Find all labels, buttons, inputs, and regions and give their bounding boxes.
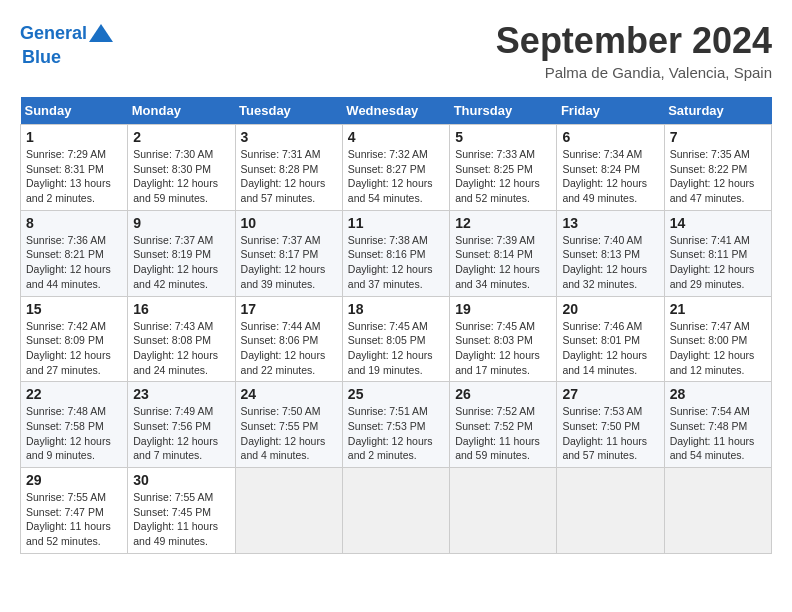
logo-blue-text: Blue — [22, 48, 61, 68]
calendar-cell — [450, 468, 557, 554]
day-number: 2 — [133, 129, 229, 145]
day-number: 6 — [562, 129, 658, 145]
calendar-cell: 10Sunrise: 7:37 AM Sunset: 8:17 PM Dayli… — [235, 210, 342, 296]
calendar-cell: 23Sunrise: 7:49 AM Sunset: 7:56 PM Dayli… — [128, 382, 235, 468]
day-number: 7 — [670, 129, 766, 145]
calendar-cell — [235, 468, 342, 554]
calendar-cell: 9Sunrise: 7:37 AM Sunset: 8:19 PM Daylig… — [128, 210, 235, 296]
calendar-cell: 6Sunrise: 7:34 AM Sunset: 8:24 PM Daylig… — [557, 125, 664, 211]
day-info: Sunrise: 7:44 AM Sunset: 8:06 PM Dayligh… — [241, 319, 337, 378]
day-info: Sunrise: 7:31 AM Sunset: 8:28 PM Dayligh… — [241, 147, 337, 206]
day-info: Sunrise: 7:45 AM Sunset: 8:03 PM Dayligh… — [455, 319, 551, 378]
calendar-cell: 22Sunrise: 7:48 AM Sunset: 7:58 PM Dayli… — [21, 382, 128, 468]
calendar-cell: 4Sunrise: 7:32 AM Sunset: 8:27 PM Daylig… — [342, 125, 449, 211]
week-row-5: 29Sunrise: 7:55 AM Sunset: 7:47 PM Dayli… — [21, 468, 772, 554]
week-row-2: 8Sunrise: 7:36 AM Sunset: 8:21 PM Daylig… — [21, 210, 772, 296]
page-header: General Blue September 2024 Palma de Gan… — [20, 20, 772, 81]
day-info: Sunrise: 7:33 AM Sunset: 8:25 PM Dayligh… — [455, 147, 551, 206]
day-number: 11 — [348, 215, 444, 231]
calendar-cell: 1Sunrise: 7:29 AM Sunset: 8:31 PM Daylig… — [21, 125, 128, 211]
col-header-saturday: Saturday — [664, 97, 771, 125]
calendar-cell: 12Sunrise: 7:39 AM Sunset: 8:14 PM Dayli… — [450, 210, 557, 296]
calendar-cell: 14Sunrise: 7:41 AM Sunset: 8:11 PM Dayli… — [664, 210, 771, 296]
day-info: Sunrise: 7:53 AM Sunset: 7:50 PM Dayligh… — [562, 404, 658, 463]
day-info: Sunrise: 7:36 AM Sunset: 8:21 PM Dayligh… — [26, 233, 122, 292]
day-info: Sunrise: 7:42 AM Sunset: 8:09 PM Dayligh… — [26, 319, 122, 378]
title-block: September 2024 Palma de Gandia, Valencia… — [496, 20, 772, 81]
day-info: Sunrise: 7:55 AM Sunset: 7:47 PM Dayligh… — [26, 490, 122, 549]
calendar-cell: 13Sunrise: 7:40 AM Sunset: 8:13 PM Dayli… — [557, 210, 664, 296]
calendar-cell: 20Sunrise: 7:46 AM Sunset: 8:01 PM Dayli… — [557, 296, 664, 382]
calendar-cell — [557, 468, 664, 554]
day-info: Sunrise: 7:51 AM Sunset: 7:53 PM Dayligh… — [348, 404, 444, 463]
day-number: 23 — [133, 386, 229, 402]
day-info: Sunrise: 7:40 AM Sunset: 8:13 PM Dayligh… — [562, 233, 658, 292]
calendar-table: SundayMondayTuesdayWednesdayThursdayFrid… — [20, 97, 772, 554]
col-header-sunday: Sunday — [21, 97, 128, 125]
day-info: Sunrise: 7:41 AM Sunset: 8:11 PM Dayligh… — [670, 233, 766, 292]
day-number: 8 — [26, 215, 122, 231]
day-number: 3 — [241, 129, 337, 145]
calendar-cell: 5Sunrise: 7:33 AM Sunset: 8:25 PM Daylig… — [450, 125, 557, 211]
day-number: 4 — [348, 129, 444, 145]
col-header-tuesday: Tuesday — [235, 97, 342, 125]
day-info: Sunrise: 7:48 AM Sunset: 7:58 PM Dayligh… — [26, 404, 122, 463]
month-title: September 2024 — [496, 20, 772, 62]
day-number: 20 — [562, 301, 658, 317]
day-info: Sunrise: 7:39 AM Sunset: 8:14 PM Dayligh… — [455, 233, 551, 292]
calendar-cell: 28Sunrise: 7:54 AM Sunset: 7:48 PM Dayli… — [664, 382, 771, 468]
day-info: Sunrise: 7:47 AM Sunset: 8:00 PM Dayligh… — [670, 319, 766, 378]
day-number: 22 — [26, 386, 122, 402]
calendar-cell — [664, 468, 771, 554]
calendar-cell: 7Sunrise: 7:35 AM Sunset: 8:22 PM Daylig… — [664, 125, 771, 211]
day-number: 9 — [133, 215, 229, 231]
logo-icon — [87, 20, 115, 48]
day-info: Sunrise: 7:49 AM Sunset: 7:56 PM Dayligh… — [133, 404, 229, 463]
calendar-cell: 18Sunrise: 7:45 AM Sunset: 8:05 PM Dayli… — [342, 296, 449, 382]
day-info: Sunrise: 7:45 AM Sunset: 8:05 PM Dayligh… — [348, 319, 444, 378]
day-number: 18 — [348, 301, 444, 317]
day-number: 27 — [562, 386, 658, 402]
calendar-cell: 29Sunrise: 7:55 AM Sunset: 7:47 PM Dayli… — [21, 468, 128, 554]
calendar-cell: 30Sunrise: 7:55 AM Sunset: 7:45 PM Dayli… — [128, 468, 235, 554]
day-number: 30 — [133, 472, 229, 488]
calendar-cell: 15Sunrise: 7:42 AM Sunset: 8:09 PM Dayli… — [21, 296, 128, 382]
calendar-cell: 21Sunrise: 7:47 AM Sunset: 8:00 PM Dayli… — [664, 296, 771, 382]
day-info: Sunrise: 7:54 AM Sunset: 7:48 PM Dayligh… — [670, 404, 766, 463]
location: Palma de Gandia, Valencia, Spain — [496, 64, 772, 81]
day-number: 21 — [670, 301, 766, 317]
day-info: Sunrise: 7:46 AM Sunset: 8:01 PM Dayligh… — [562, 319, 658, 378]
week-row-3: 15Sunrise: 7:42 AM Sunset: 8:09 PM Dayli… — [21, 296, 772, 382]
calendar-cell: 2Sunrise: 7:30 AM Sunset: 8:30 PM Daylig… — [128, 125, 235, 211]
day-info: Sunrise: 7:29 AM Sunset: 8:31 PM Dayligh… — [26, 147, 122, 206]
calendar-cell: 25Sunrise: 7:51 AM Sunset: 7:53 PM Dayli… — [342, 382, 449, 468]
col-header-friday: Friday — [557, 97, 664, 125]
day-info: Sunrise: 7:32 AM Sunset: 8:27 PM Dayligh… — [348, 147, 444, 206]
day-number: 15 — [26, 301, 122, 317]
calendar-cell: 3Sunrise: 7:31 AM Sunset: 8:28 PM Daylig… — [235, 125, 342, 211]
day-number: 12 — [455, 215, 551, 231]
day-info: Sunrise: 7:52 AM Sunset: 7:52 PM Dayligh… — [455, 404, 551, 463]
day-number: 25 — [348, 386, 444, 402]
day-number: 10 — [241, 215, 337, 231]
calendar-cell: 19Sunrise: 7:45 AM Sunset: 8:03 PM Dayli… — [450, 296, 557, 382]
calendar-cell: 8Sunrise: 7:36 AM Sunset: 8:21 PM Daylig… — [21, 210, 128, 296]
day-info: Sunrise: 7:37 AM Sunset: 8:19 PM Dayligh… — [133, 233, 229, 292]
svg-marker-0 — [89, 24, 113, 42]
calendar-cell: 11Sunrise: 7:38 AM Sunset: 8:16 PM Dayli… — [342, 210, 449, 296]
header-row: SundayMondayTuesdayWednesdayThursdayFrid… — [21, 97, 772, 125]
day-info: Sunrise: 7:55 AM Sunset: 7:45 PM Dayligh… — [133, 490, 229, 549]
day-info: Sunrise: 7:38 AM Sunset: 8:16 PM Dayligh… — [348, 233, 444, 292]
week-row-1: 1Sunrise: 7:29 AM Sunset: 8:31 PM Daylig… — [21, 125, 772, 211]
calendar-cell: 17Sunrise: 7:44 AM Sunset: 8:06 PM Dayli… — [235, 296, 342, 382]
calendar-cell: 16Sunrise: 7:43 AM Sunset: 8:08 PM Dayli… — [128, 296, 235, 382]
calendar-cell: 26Sunrise: 7:52 AM Sunset: 7:52 PM Dayli… — [450, 382, 557, 468]
col-header-monday: Monday — [128, 97, 235, 125]
week-row-4: 22Sunrise: 7:48 AM Sunset: 7:58 PM Dayli… — [21, 382, 772, 468]
day-info: Sunrise: 7:43 AM Sunset: 8:08 PM Dayligh… — [133, 319, 229, 378]
day-number: 14 — [670, 215, 766, 231]
day-info: Sunrise: 7:50 AM Sunset: 7:55 PM Dayligh… — [241, 404, 337, 463]
day-info: Sunrise: 7:34 AM Sunset: 8:24 PM Dayligh… — [562, 147, 658, 206]
day-number: 28 — [670, 386, 766, 402]
logo: General Blue — [20, 20, 115, 68]
